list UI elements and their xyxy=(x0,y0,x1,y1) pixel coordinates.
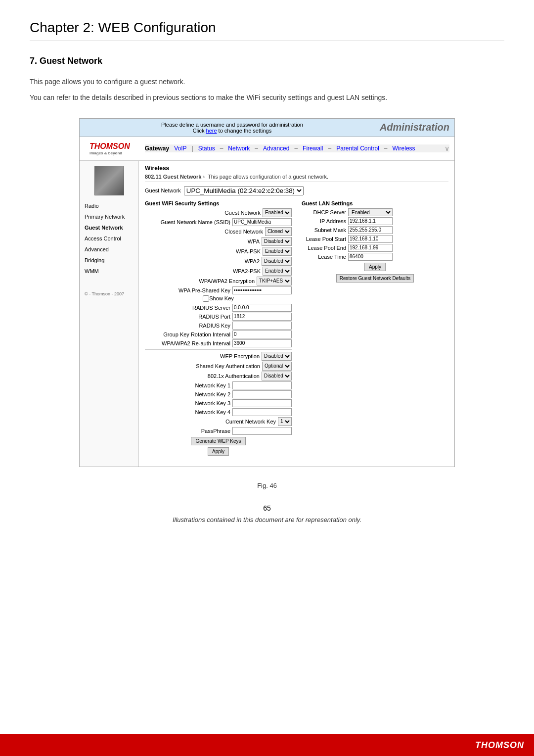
preshared-input[interactable] xyxy=(232,286,292,294)
subnet-mask-input[interactable] xyxy=(348,226,393,234)
sidebar-item-wmm[interactable]: WMM xyxy=(80,266,138,277)
shared-key-row: Shared Key Authentication Optional xyxy=(145,362,292,371)
wpa2-psk-label: WPA2-PSK xyxy=(196,268,261,274)
sidebar-item-access-control[interactable]: Access Control xyxy=(80,233,138,244)
wpa-select[interactable]: Disabled xyxy=(262,237,292,246)
nav-network[interactable]: Network xyxy=(228,145,250,152)
nav-firewall[interactable]: Firewall xyxy=(303,145,323,152)
reauth-input[interactable] xyxy=(232,339,292,347)
apply-row-bottom: Apply xyxy=(145,447,292,456)
dhcp-server-row: DHCP Server Enabled xyxy=(302,208,448,216)
radius-server-label: RADIUS Server xyxy=(166,305,230,311)
sidebar: Radio Primary Network Guest Network Acce… xyxy=(80,161,139,467)
generate-wep-row: Generate WEP Keys xyxy=(145,437,292,445)
wifi-security-panel: Guest WiFi Security Settings Guest Netwo… xyxy=(145,200,292,458)
sidebar-item-primary-network[interactable]: Primary Network xyxy=(80,211,138,222)
group-key-label: Group Key Rotation Interval xyxy=(163,331,230,337)
lease-pool-end-input[interactable] xyxy=(348,244,393,252)
wpa-label: WPA xyxy=(195,238,260,244)
closed-network-label: Closed Network xyxy=(199,229,263,235)
admin-notice-text: Please define a username and password fo… xyxy=(85,122,380,134)
generate-wep-button[interactable]: Generate WEP Keys xyxy=(191,437,245,445)
auth-8021x-select[interactable]: Disabled xyxy=(262,372,292,380)
lease-pool-start-row: Lease Pool Start xyxy=(302,235,448,243)
lease-time-input[interactable] xyxy=(348,253,393,261)
shared-key-select[interactable]: Optional xyxy=(262,362,292,371)
wpa2-row: WPA2 Disabled xyxy=(145,257,292,266)
restore-defaults-button[interactable]: Restore Guest Network Defaults xyxy=(336,274,414,283)
network-key3-label: Network Key 3 xyxy=(166,400,230,406)
apply-button-bottom[interactable]: Apply xyxy=(208,447,229,456)
ssid-row: Guest Network Name (SSID) xyxy=(145,218,292,226)
description-2: You can refer to the details described i… xyxy=(30,92,504,103)
main-panel: Wireless 802.11 Guest Network › This pag… xyxy=(139,161,454,467)
thomson-logo: THOMSON images & beyond xyxy=(85,139,135,158)
nav-voip[interactable]: VoIP xyxy=(174,145,186,152)
sidebar-item-advanced[interactable]: Advanced xyxy=(80,244,138,255)
network-key3-input[interactable] xyxy=(232,399,292,407)
footer-thomson-logo: THOMSON xyxy=(475,740,524,751)
router-body: Radio Primary Network Guest Network Acce… xyxy=(80,161,454,467)
apply-button-lan[interactable]: Apply xyxy=(364,263,386,271)
sidebar-item-guest-network[interactable]: Guest Network xyxy=(80,222,138,233)
guest-network-dropdown[interactable]: UPC_MultiMedia (02:24:e2:c2:0e:38) xyxy=(184,186,304,195)
nav-advanced[interactable]: Advanced xyxy=(263,145,289,152)
radius-key-label: RADIUS Key xyxy=(166,323,230,329)
wep-encryption-label: WEP Encryption xyxy=(195,353,260,359)
radius-key-input[interactable] xyxy=(232,322,292,330)
network-key1-input[interactable] xyxy=(232,381,292,389)
figure-caption: Fig. 46 xyxy=(30,482,504,489)
group-key-input[interactable] xyxy=(232,331,292,338)
ip-address-input[interactable] xyxy=(348,217,393,225)
sidebar-copyright: © - Thomson - 2007 xyxy=(80,286,138,301)
sidebar-item-radio[interactable]: Radio xyxy=(80,200,138,211)
avatar-image xyxy=(95,166,124,195)
encryption-select[interactable]: TKIP+AES xyxy=(257,277,292,285)
passphrase-input[interactable] xyxy=(232,427,292,435)
wpa2-psk-select[interactable]: Enabled xyxy=(263,267,292,276)
encryption-label: WPA/WPA2 Encryption xyxy=(190,278,255,284)
nav-parental[interactable]: Parental Control xyxy=(336,145,379,152)
nav-status[interactable]: Status xyxy=(198,145,215,152)
subnet-mask-row: Subnet Mask xyxy=(302,226,448,234)
radius-server-input[interactable] xyxy=(232,304,292,312)
network-key4-input[interactable] xyxy=(232,408,292,416)
preshared-label: WPA Pre-Shared Key xyxy=(166,287,230,293)
radius-port-input[interactable] xyxy=(232,313,292,321)
sidebar-item-bridging[interactable]: Bridging xyxy=(80,255,138,266)
nav-gateway[interactable]: Gateway xyxy=(145,145,169,152)
chapter-title: Chapter 2: WEB Configuration xyxy=(30,20,504,41)
dhcp-server-label: DHCP Server xyxy=(302,209,346,215)
encryption-row: WPA/WPA2 Encryption TKIP+AES xyxy=(145,277,292,285)
ssid-label: Guest Network Name (SSID) xyxy=(161,219,230,225)
guest-network-select[interactable]: Enabled xyxy=(263,208,292,217)
lease-pool-start-input[interactable] xyxy=(348,235,393,243)
lease-time-label: Lease Time xyxy=(302,254,346,260)
two-column-section: Guest WiFi Security Settings Guest Netwo… xyxy=(145,200,448,458)
admin-notice-bar: Please define a username and password fo… xyxy=(80,119,454,137)
show-key-label: Show Key xyxy=(209,295,234,301)
wep-encryption-select[interactable]: Disabled xyxy=(262,352,292,361)
subnet-mask-label: Subnet Mask xyxy=(302,227,346,233)
wpa-psk-select[interactable]: Enabled xyxy=(263,247,292,256)
wpa-psk-row: WPA-PSK Enabled xyxy=(145,247,292,256)
nav-wireless[interactable]: Wireless xyxy=(393,145,415,152)
admin-notice-link[interactable]: here xyxy=(206,128,217,134)
wpa-psk-label: WPA-PSK xyxy=(196,248,261,254)
closed-network-select[interactable]: Closed xyxy=(265,227,292,236)
reauth-row: WPA/WPA2 Re-auth Interval xyxy=(145,339,292,347)
current-network-key-select[interactable]: 1 xyxy=(278,417,292,426)
wpa2-select[interactable]: Disabled xyxy=(262,257,292,266)
guest-network-selector-row: Guest Network UPC_MultiMedia (02:24:e2:c… xyxy=(145,186,448,195)
lease-time-row: Lease Time xyxy=(302,253,448,261)
page-number: 65 xyxy=(30,504,504,512)
disclaimer: Illustrations contained in this document… xyxy=(30,516,504,523)
network-key1-label: Network Key 1 xyxy=(166,382,230,388)
wpa2-psk-row: WPA2-PSK Enabled xyxy=(145,267,292,276)
show-key-checkbox[interactable] xyxy=(203,295,209,302)
network-key2-row: Network Key 2 xyxy=(145,390,292,398)
dhcp-server-select[interactable]: Enabled xyxy=(348,208,393,216)
guest-network-row: Guest Network Enabled xyxy=(145,208,292,217)
ssid-input[interactable] xyxy=(232,218,292,226)
network-key2-input[interactable] xyxy=(232,390,292,398)
